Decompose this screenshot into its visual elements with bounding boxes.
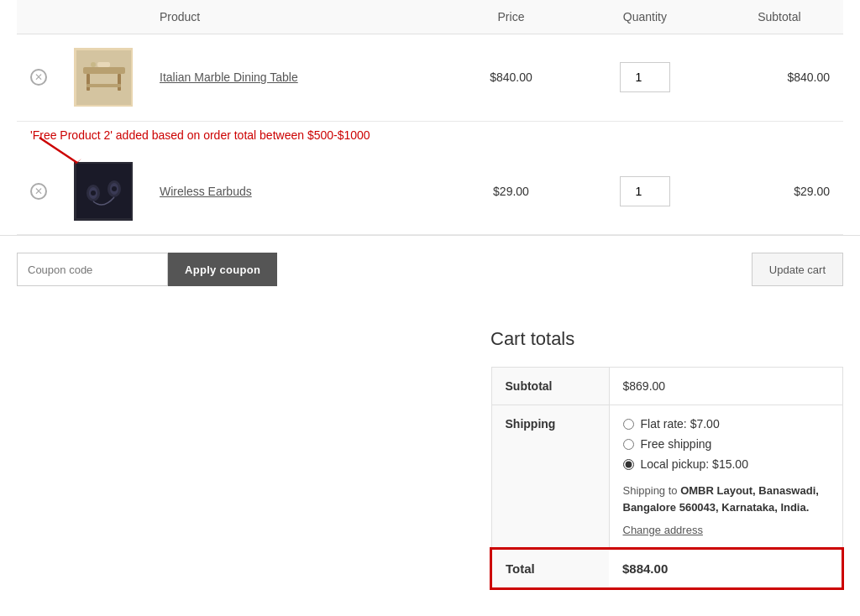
product-price: $840.00 xyxy=(490,70,532,84)
product-price: $29.00 xyxy=(493,185,529,198)
quantity-input[interactable] xyxy=(620,62,670,92)
quantity-input[interactable] xyxy=(620,176,670,206)
product-link-dining-table[interactable]: Italian Marble Dining Table xyxy=(160,70,298,84)
shipping-option-label-flat: Flat rate: $7.00 xyxy=(641,417,720,431)
svg-rect-2 xyxy=(87,74,90,91)
col-header-price: Price xyxy=(448,0,574,34)
shipping-option-label-local: Local pickup: $15.00 xyxy=(641,457,748,471)
cart-actions: Apply coupon Update cart xyxy=(0,235,860,303)
shipping-radio-flat[interactable] xyxy=(623,419,634,430)
svg-point-6 xyxy=(91,62,96,67)
svg-rect-4 xyxy=(87,84,121,87)
remove-item-button[interactable]: ✕ xyxy=(30,69,47,86)
shipping-option-label-free: Free shipping xyxy=(641,437,712,451)
arrow-indicator xyxy=(35,133,86,170)
cart-table: Product Price Quantity Subtotal ✕ xyxy=(17,0,843,235)
coupon-input[interactable] xyxy=(17,253,168,286)
apply-coupon-button[interactable]: Apply coupon xyxy=(168,253,277,286)
coupon-section: Apply coupon xyxy=(17,253,277,286)
remove-item-button[interactable]: ✕ xyxy=(30,183,47,200)
total-row: Total $884.00 xyxy=(491,549,842,588)
svg-rect-9 xyxy=(76,164,131,218)
shipping-to-text: Shipping to xyxy=(623,484,681,497)
subtotal-label: Subtotal xyxy=(491,368,609,405)
free-product-notice-row: 'Free Product 2' added based on order to… xyxy=(17,121,843,149)
subtotal-row: Subtotal $869.00 xyxy=(491,368,842,405)
free-product-notice: 'Free Product 2' added based on order to… xyxy=(30,128,830,142)
product-image xyxy=(74,162,133,221)
svg-rect-0 xyxy=(76,50,131,105)
shipping-options: Flat rate: $7.00 Free shipping Local pic… xyxy=(623,417,829,471)
shipping-option-flat[interactable]: Flat rate: $7.00 xyxy=(623,417,829,431)
shipping-option-local[interactable]: Local pickup: $15.00 xyxy=(623,457,829,471)
table-row: ✕ xyxy=(17,149,843,235)
svg-point-15 xyxy=(112,186,117,191)
change-address-link[interactable]: Change address xyxy=(623,524,703,536)
svg-rect-3 xyxy=(118,74,121,91)
product-link-earbuds[interactable]: Wireless Earbuds xyxy=(160,185,252,198)
svg-rect-5 xyxy=(97,62,110,67)
svg-line-7 xyxy=(39,138,77,163)
table-row: ✕ xyxy=(17,34,843,122)
shipping-option-free[interactable]: Free shipping xyxy=(623,437,829,451)
shipping-address: Shipping to OMBR Layout, Banaswadi, Bang… xyxy=(623,483,829,515)
update-cart-button[interactable]: Update cart xyxy=(752,253,843,286)
col-header-subtotal: Subtotal xyxy=(716,0,843,34)
total-value: $884.00 xyxy=(609,549,842,588)
col-header-product: Product xyxy=(146,0,448,34)
col-header-quantity: Quantity xyxy=(574,0,716,34)
product-image xyxy=(74,48,133,107)
svg-rect-1 xyxy=(83,67,125,74)
shipping-radio-free[interactable] xyxy=(623,439,634,450)
product-subtotal: $840.00 xyxy=(787,70,830,84)
col-header-remove xyxy=(17,0,60,34)
svg-point-12 xyxy=(91,191,96,196)
total-label: Total xyxy=(491,549,609,588)
col-header-image xyxy=(60,0,146,34)
shipping-label: Shipping xyxy=(491,405,609,550)
cart-totals-title: Cart totals xyxy=(490,328,843,350)
subtotal-value: $869.00 xyxy=(609,368,842,405)
shipping-options-cell: Flat rate: $7.00 Free shipping Local pic… xyxy=(609,405,842,550)
cart-totals: Cart totals Subtotal $869.00 Shipping Fl… xyxy=(490,328,843,589)
product-subtotal: $29.00 xyxy=(794,185,830,198)
shipping-radio-local[interactable] xyxy=(623,459,634,470)
totals-table: Subtotal $869.00 Shipping Flat rate: $7.… xyxy=(490,367,843,589)
shipping-row: Shipping Flat rate: $7.00 Free shipping xyxy=(491,405,842,550)
cart-totals-wrapper: Cart totals Subtotal $869.00 Shipping Fl… xyxy=(0,303,860,606)
